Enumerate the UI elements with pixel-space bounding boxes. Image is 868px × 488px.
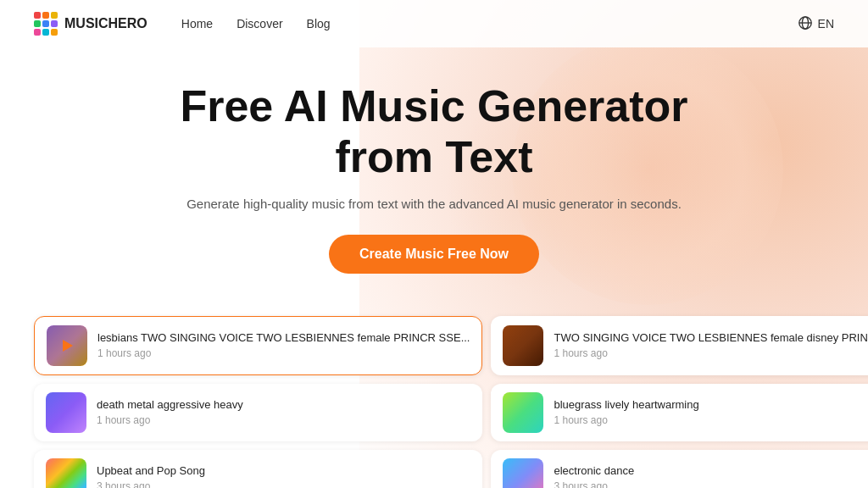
nav-right: EN	[798, 15, 834, 33]
play-icon	[63, 340, 73, 352]
music-title: lesbians TWO SINGING VOICE TWO LESBIENNE…	[97, 331, 470, 344]
music-time: 1 hours ago	[554, 414, 868, 426]
nav-links: Home Discover Blog	[181, 16, 331, 31]
music-thumbnail	[47, 325, 87, 366]
music-grid: lesbians TWO SINGING VOICE TWO LESBIENNE…	[34, 316, 834, 488]
hero-section: Free AI Music Generator from Text Genera…	[0, 47, 868, 299]
music-card[interactable]: electronic dance 3 hours ago	[491, 450, 868, 488]
music-thumbnail	[46, 392, 86, 433]
music-info: TWO SINGING VOICE TWO LESBIENNES female …	[554, 331, 868, 359]
logo-text: MUSICHERO	[64, 16, 147, 31]
music-section: lesbians TWO SINGING VOICE TWO LESBIENNE…	[0, 316, 868, 488]
cta-button[interactable]: Create Music Free Now	[329, 235, 539, 274]
logo[interactable]: MUSICHERO	[34, 12, 147, 36]
music-card[interactable]: lesbians TWO SINGING VOICE TWO LESBIENNE…	[34, 316, 482, 375]
play-overlay	[47, 325, 87, 366]
music-title: Upbeat and Pop Song	[97, 464, 470, 477]
music-time: 1 hours ago	[554, 347, 868, 359]
nav-discover[interactable]: Discover	[236, 17, 282, 30]
music-card[interactable]: TWO SINGING VOICE TWO LESBIENNES female …	[491, 316, 868, 375]
music-card[interactable]: bluegrass lively heartwarming 1 hours ag…	[491, 384, 868, 441]
navbar: MUSICHERO Home Discover Blog EN	[0, 0, 868, 47]
music-time: 1 hours ago	[97, 414, 470, 426]
music-info: electronic dance 3 hours ago	[554, 464, 868, 488]
logo-icon	[34, 12, 58, 36]
music-title: bluegrass lively heartwarming	[554, 398, 868, 411]
music-thumbnail	[503, 325, 543, 366]
music-info: bluegrass lively heartwarming 1 hours ag…	[554, 398, 868, 426]
lang-label[interactable]: EN	[818, 17, 834, 30]
music-time: 3 hours ago	[97, 480, 470, 488]
nav-home[interactable]: Home	[181, 17, 213, 30]
music-title: TWO SINGING VOICE TWO LESBIENNES female …	[554, 331, 868, 344]
music-card[interactable]: death metal aggressive heavy 1 hours ago	[34, 384, 482, 441]
hero-title: Free AI Music Generator from Text	[17, 81, 851, 183]
hero-subtitle: Generate high-quality music from text wi…	[17, 197, 851, 211]
music-time: 3 hours ago	[554, 480, 868, 488]
music-info: death metal aggressive heavy 1 hours ago	[97, 398, 470, 426]
nav-blog[interactable]: Blog	[307, 17, 331, 30]
music-thumbnail	[503, 392, 543, 433]
music-info: lesbians TWO SINGING VOICE TWO LESBIENNE…	[97, 331, 470, 359]
globe-icon	[798, 15, 813, 33]
music-time: 1 hours ago	[97, 347, 470, 359]
music-thumbnail	[503, 458, 543, 488]
music-card[interactable]: Upbeat and Pop Song 3 hours ago	[34, 450, 482, 488]
music-info: Upbeat and Pop Song 3 hours ago	[97, 464, 470, 488]
music-thumbnail	[46, 458, 86, 488]
music-title: electronic dance	[554, 464, 868, 477]
music-title: death metal aggressive heavy	[97, 398, 470, 411]
